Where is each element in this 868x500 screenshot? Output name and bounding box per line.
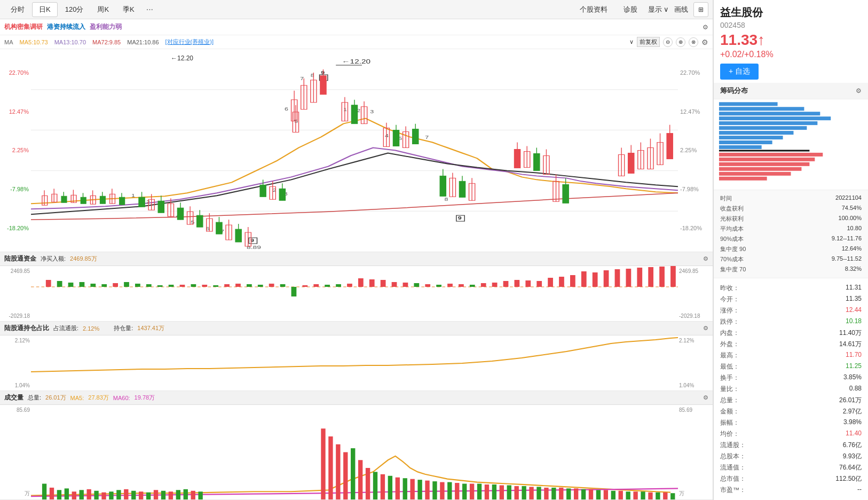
svg-rect-194 [615,269,620,287]
svg-rect-169 [336,284,341,287]
svg-rect-208 [101,493,106,499]
svg-text:1: 1 [343,106,347,112]
svg-rect-173 [381,280,386,287]
zoom-minus-btn[interactable]: ⊖ [663,37,673,47]
ma-controls: ∨ 前复权 ⊖ ⊕ ⊗ ⚙ [629,37,708,47]
vol-gear-icon[interactable]: ⚙ [703,394,708,401]
vol-ma60-label: MA60: [113,395,130,401]
stat-label-18: 市盈™： [720,486,746,495]
vol-top-label: 85.69 [1,407,30,413]
pct-right-4: -7.98% [680,186,711,192]
svg-rect-247 [507,485,511,499]
nav-layout-icon[interactable]: ⊞ [693,2,708,17]
svg-rect-276 [719,131,794,135]
svg-rect-254 [559,488,563,499]
pct-right-2: 12.47% [680,108,711,115]
chip-gear-icon[interactable]: ⚙ [856,87,862,95]
svg-rect-231 [388,476,392,499]
main-chart-row: 22.70% 12.47% 2.25% -7.98% -18.20% 22.70… [0,49,713,252]
stat-label-3: 跌停： [720,317,739,326]
tag-jigou[interactable]: 机构密集调研 [4,22,43,32]
cd-label-0: 时间 [720,194,732,202]
svg-text:8.89: 8.89 [247,244,261,251]
nav-more-dots[interactable]: ··· [142,5,157,14]
nav-huaxian-btn[interactable]: 画线 [674,5,688,14]
svg-rect-230 [381,474,385,499]
fuquan-select[interactable]: ∨ [629,38,634,45]
nav-item-jik[interactable]: 季K [116,3,141,17]
lugu-top-label: 2469.85 [1,268,30,274]
svg-text:3: 3 [370,108,374,114]
cd-value-3: 10.80 [847,225,862,233]
stat-value-11: 2.97亿 [843,407,862,416]
chevron-down-icon: ∨ [664,5,669,13]
tags-gear-icon[interactable]: ⚙ [703,24,708,31]
svg-rect-221 [198,491,202,499]
svg-rect-274 [719,121,817,125]
position-header: 陆股通持仓占比 占流通股: 2.12% 持仓量: 1437.41万 ⚙ [0,322,713,335]
cd-label-6: 70%成本 [720,255,744,263]
svg-rect-256 [574,488,578,499]
vol-right-bottom: 万 [679,490,712,497]
zoom-plus-btn[interactable]: ⊕ [676,37,685,47]
add-watchlist-button[interactable]: + 自选 [720,64,759,80]
industry-link[interactable]: [对应行业(养殖业)] [165,38,214,46]
nav-zheng-btn[interactable]: 诊股 [618,3,643,16]
stat-row-14: 流通股： 6.76亿 [720,440,862,451]
ma-gear-icon[interactable]: ⚙ [701,38,708,46]
stat-row-10: 总量： 26.01万 [720,395,862,406]
chip-title: 筹码分布 [720,86,748,96]
svg-rect-175 [403,283,408,287]
svg-rect-255 [566,488,571,499]
cd-value-4: 9.12--11.76 [832,235,862,243]
stock-change: +0.02/+0.18% [720,50,862,59]
tag-yingli[interactable]: 盈利能力弱 [90,22,122,32]
chip-detail-table: 时间 20221104 收盘获利 74.54% 光标获利 100.00% 平均成… [714,190,868,278]
stat-row-3: 跌停： 10.18 [720,316,862,327]
svg-rect-272 [719,112,820,115]
candlestick-group-early: 7 8 9 1 2 3 4 5 6 7 [42,58,673,250]
pos-right-bottom: 1.04% [679,382,712,388]
stat-value-5: 14.61万 [839,340,862,349]
nav-item-zhouk[interactable]: 周K [91,3,115,17]
svg-rect-189 [559,277,564,287]
svg-rect-253 [551,488,556,499]
svg-rect-209 [109,491,113,499]
svg-rect-188 [548,278,553,287]
nav-item-fenshi[interactable]: 分时 [4,3,31,17]
zoom-remove-btn[interactable]: ⊗ [689,37,698,47]
svg-rect-283 [719,162,809,166]
position-gear-icon[interactable]: ⚙ [703,325,708,332]
svg-rect-185 [515,280,520,287]
stat-row-2: 涨停： 12.44 [720,305,862,316]
nav-item-120fen[interactable]: 120分 [59,3,90,17]
fuquan-label[interactable]: 前复权 [637,37,660,47]
vol-ma60-value: 19.78万 [135,394,155,402]
svg-rect-238 [440,482,444,499]
svg-rect-278 [719,140,772,144]
stat-label-12: 振幅： [720,418,739,427]
stat-value-2: 12.44 [846,306,862,315]
svg-rect-245 [492,485,496,499]
tag-gangzi[interactable]: 港资持续流入 [47,22,85,32]
svg-rect-223 [328,436,333,499]
pct-right-3: 2.25% [680,147,711,153]
lugu-header: 陆股通资金 净买入额: 2469.85万 ⚙ [0,252,713,266]
nav-gegu-btn[interactable]: 个股资料 [574,3,613,16]
svg-rect-160 [235,284,241,287]
ma-bar: MA MA5:10.73 MA13:10.70 MA72:9.85 MA21:1… [0,35,713,49]
lugu-chart [31,266,678,308]
position-ratio-value: 2.12% [83,325,99,332]
svg-rect-157 [202,285,207,287]
svg-rect-224 [336,444,340,499]
nav-item-rik[interactable]: 日K [32,2,58,17]
svg-rect-273 [719,116,831,120]
chip-detail-row-1: 收盘获利 74.54% [720,204,862,214]
position-qty-txt: 持仓量: [114,324,133,332]
nav-display-btn[interactable]: 显示 ∨ [648,5,669,14]
position-qty-value: 1437.41万 [137,324,164,332]
stat-row-15: 总股本： 9.93亿 [720,451,862,462]
lugu-gear-icon[interactable]: ⚙ [703,255,708,262]
svg-rect-177 [425,284,430,287]
stat-value-7: 11.25 [846,362,862,371]
